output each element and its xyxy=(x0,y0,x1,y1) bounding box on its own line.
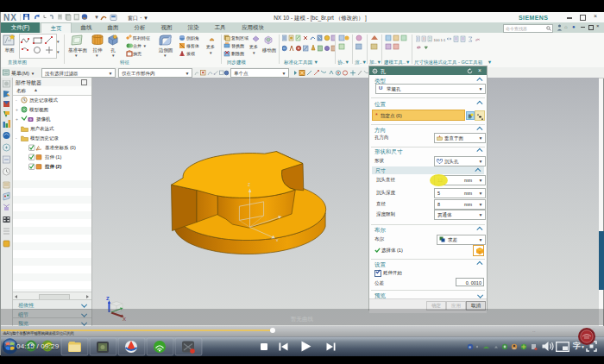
svg-text:X: X xyxy=(276,238,280,242)
svg-text:Z: Z xyxy=(248,182,250,187)
svg-text:Z: Z xyxy=(106,296,110,301)
svg-text:100: 100 xyxy=(434,38,441,42)
svg-text:e: e xyxy=(469,344,471,349)
svg-text:1:1: 1:1 xyxy=(441,38,446,42)
